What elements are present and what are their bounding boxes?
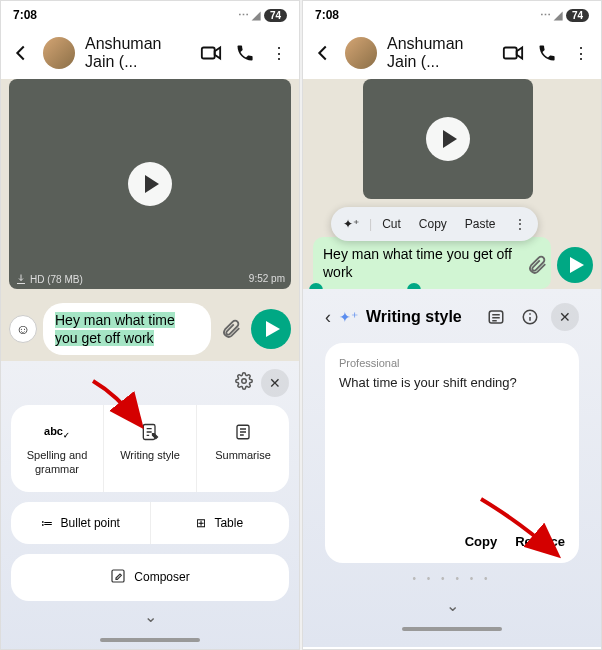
attach-icon[interactable] (217, 315, 245, 343)
send-button[interactable] (251, 309, 291, 349)
selected-message-bubble[interactable]: Hey man what time you get off work (313, 237, 551, 289)
status-bar: 7:08 ⋯ ◢ 74 (1, 1, 299, 29)
option-summarise[interactable]: Summarise (196, 405, 289, 491)
contact-name[interactable]: Anshuman Jain (... (85, 35, 189, 71)
ai-assist-panel: ✕ abc✓ Spelling and grammar Writing styl… (1, 361, 299, 650)
writing-style-panel: ‹ ✦⁺ Writing style ✕ Professional What t… (303, 289, 601, 647)
voice-call-icon[interactable] (233, 41, 257, 65)
contact-name[interactable]: Anshuman Jain (... (387, 35, 491, 71)
result-card: Professional What time is your shift end… (325, 343, 579, 563)
avatar[interactable] (345, 37, 377, 69)
signal-icons: ⋯ ◢ (540, 9, 562, 22)
battery-level: 74 (264, 9, 287, 22)
spelling-icon: abc✓ (44, 421, 70, 443)
svg-rect-5 (504, 48, 517, 59)
play-icon[interactable] (128, 162, 172, 206)
panel-back-icon[interactable]: ‹ (325, 307, 331, 328)
settings-icon[interactable] (235, 372, 253, 394)
composer-icon (110, 568, 126, 587)
bullet-icon: ≔ (41, 516, 53, 530)
chat-area: HD (78 MB) 9:52 pm (1, 79, 299, 297)
option-composer[interactable]: Composer (11, 554, 289, 601)
ctx-cut[interactable]: Cut (374, 213, 409, 235)
svg-rect-0 (202, 48, 215, 59)
result-text: What time is your shift ending? (339, 375, 565, 534)
option-table[interactable]: ⊞ Table (150, 502, 290, 544)
clock: 7:08 (315, 8, 339, 22)
avatar[interactable] (43, 37, 75, 69)
replace-button[interactable]: Replace (515, 534, 565, 549)
status-bar: 7:08 ⋯ ◢ 74 (303, 1, 601, 29)
video-call-icon[interactable] (501, 41, 525, 65)
video-message[interactable]: HD (78 MB) 9:52 pm (9, 79, 291, 289)
panel-title: Writing style (366, 308, 475, 326)
message-time: 9:52 pm (249, 273, 285, 285)
ctx-copy[interactable]: Copy (411, 213, 455, 235)
app-bar: Anshuman Jain (... ⋮ (303, 29, 601, 77)
battery-level: 74 (566, 9, 589, 22)
collapse-icon[interactable]: ⌄ (313, 590, 591, 621)
back-icon[interactable] (9, 41, 33, 65)
clock: 7:08 (13, 8, 37, 22)
play-icon[interactable] (426, 117, 470, 161)
phone-screen-right: 7:08 ⋯ ◢ 74 Anshuman Jain (... ⋮ ✦⁺ | Cu… (302, 0, 602, 650)
video-call-icon[interactable] (199, 41, 223, 65)
voice-call-icon[interactable] (535, 41, 559, 65)
writing-style-icon (140, 421, 160, 443)
chat-area: ✦⁺ | Cut Copy Paste ⋮ Hey man what time … (303, 79, 601, 289)
input-area: ☺ Hey man what time you get off work (1, 297, 299, 361)
copy-button[interactable]: Copy (465, 534, 498, 549)
selected-text: Hey man what time you get off work (55, 312, 175, 346)
signal-icons: ⋯ ◢ (238, 9, 260, 22)
more-icon[interactable]: ⋮ (569, 41, 593, 65)
style-label: Professional (339, 357, 565, 369)
table-icon: ⊞ (196, 516, 206, 530)
option-bullet-point[interactable]: ≔ Bullet point (11, 502, 150, 544)
sparkle-icon[interactable]: ✦⁺ (335, 213, 367, 235)
message-input[interactable]: Hey man what time you get off work (43, 303, 211, 355)
close-icon[interactable]: ✕ (551, 303, 579, 331)
ctx-more-icon[interactable]: ⋮ (506, 213, 534, 235)
summarise-icon (234, 421, 252, 443)
list-icon[interactable] (483, 304, 509, 330)
option-spelling-grammar[interactable]: abc✓ Spelling and grammar (11, 405, 103, 491)
option-writing-style[interactable]: Writing style (103, 405, 196, 491)
download-hd[interactable]: HD (78 MB) (15, 273, 83, 285)
phone-screen-left: 7:08 ⋯ ◢ 74 Anshuman Jain (... ⋮ HD (78 … (0, 0, 300, 650)
collapse-icon[interactable]: ⌄ (11, 601, 289, 632)
app-bar: Anshuman Jain (... ⋮ (1, 29, 299, 77)
context-menu: ✦⁺ | Cut Copy Paste ⋮ (331, 207, 538, 241)
ctx-paste[interactable]: Paste (457, 213, 504, 235)
more-icon[interactable]: ⋮ (267, 41, 291, 65)
info-icon[interactable] (517, 304, 543, 330)
sparkle-icon: ✦⁺ (339, 309, 358, 325)
nav-handle[interactable] (402, 627, 502, 631)
video-message[interactable] (363, 79, 533, 199)
page-indicator: • • • • • • (313, 567, 591, 590)
back-icon[interactable] (311, 41, 335, 65)
attach-icon[interactable] (523, 251, 551, 279)
ai-options-row2: ≔ Bullet point ⊞ Table (11, 502, 289, 544)
send-button[interactable] (557, 247, 593, 283)
close-icon[interactable]: ✕ (261, 369, 289, 397)
svg-point-1 (242, 379, 247, 384)
nav-handle[interactable] (100, 638, 200, 642)
sticker-button[interactable]: ☺ (9, 315, 37, 343)
ai-options-grid: abc✓ Spelling and grammar Writing style … (11, 405, 289, 491)
